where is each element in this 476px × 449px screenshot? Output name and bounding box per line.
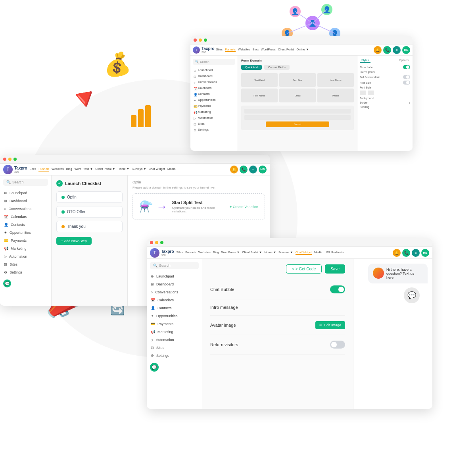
mid-nav-funnels[interactable]: Funnels bbox=[38, 167, 49, 172]
mid-menu-launchpad[interactable]: ⊕ Launchpad bbox=[0, 189, 51, 197]
bot-menu-settings[interactable]: ⚙ Settings bbox=[147, 352, 202, 360]
font-opt-2[interactable] bbox=[368, 91, 374, 95]
top-menu-payments[interactable]: 💳 Payments bbox=[190, 103, 238, 109]
bot-menu-conversations[interactable]: ○ Conversations bbox=[147, 288, 202, 296]
top-menu-sites[interactable]: ⊡ Sites bbox=[190, 121, 238, 127]
mid-search-box[interactable]: 🔍 Search bbox=[3, 179, 48, 186]
top-menu-conversations[interactable]: ○ Conversations bbox=[190, 79, 238, 85]
mid-nav-clientportal[interactable]: Client Portal ▼ bbox=[95, 167, 115, 172]
mid-menu-opportunities[interactable]: ✦ Opportunities bbox=[0, 229, 51, 237]
mid-menu-marketing[interactable]: 📢 Marketing bbox=[0, 245, 51, 252]
bot-nav-url[interactable]: URL Redirects bbox=[324, 251, 344, 255]
panel-tab-options[interactable]: Options bbox=[397, 58, 410, 63]
mid-chat-bubble[interactable]: 💬 bbox=[3, 279, 11, 287]
bot-menu-calendars[interactable]: 📅 Calendars bbox=[147, 296, 202, 304]
template-last-name[interactable]: Last Name bbox=[317, 73, 354, 87]
bot-avatar-hb[interactable]: HB bbox=[421, 249, 429, 257]
template-first-name[interactable]: First Name bbox=[241, 89, 278, 102]
bot-menu-marketing[interactable]: 📢 Marketing bbox=[147, 328, 202, 336]
nav-client-portal[interactable]: Client Portal bbox=[278, 48, 294, 52]
nav-sites[interactable]: Sites bbox=[216, 48, 223, 52]
fullscreen-toggle[interactable] bbox=[403, 75, 410, 79]
bot-menu-payments[interactable]: 💳 Payments bbox=[147, 320, 202, 328]
top-menu-contacts[interactable]: 👤 Contacts bbox=[190, 91, 238, 97]
show-label-toggle[interactable] bbox=[403, 65, 410, 69]
bot-menu-sites[interactable]: ⊡ Sites bbox=[147, 344, 202, 352]
get-code-button[interactable]: < > Get Code bbox=[286, 264, 322, 274]
avatar-hb[interactable]: HB bbox=[402, 46, 410, 54]
mid-menu-sites[interactable]: ⊡ Sites bbox=[0, 260, 51, 268]
template-email[interactable]: Email bbox=[279, 89, 316, 102]
edit-image-button[interactable]: ✏ Edit Image bbox=[315, 321, 345, 329]
notification-icon[interactable]: 🔔 bbox=[374, 46, 382, 54]
top-menu-opportunities[interactable]: ✦ Opportunities bbox=[190, 97, 238, 103]
add-step-button[interactable]: + Add New Step bbox=[56, 237, 92, 245]
panel-tab-styles[interactable]: Styles bbox=[360, 58, 370, 63]
bot-nav-surveys[interactable]: Surveys ▼ bbox=[278, 251, 293, 255]
mid-nav-home[interactable]: Home ▼ bbox=[118, 167, 130, 172]
bot-nav-media[interactable]: Media bbox=[314, 251, 322, 255]
nav-online[interactable]: Online ▼ bbox=[297, 48, 309, 52]
nav-funnels[interactable]: Funnels bbox=[225, 48, 236, 52]
mid-nav-surveys[interactable]: Surveys ▼ bbox=[132, 167, 146, 172]
chat-bubble-icon[interactable]: 💬 bbox=[404, 287, 420, 303]
save-button[interactable]: Save bbox=[325, 264, 345, 274]
create-variation-button[interactable]: + Create Variation bbox=[230, 205, 258, 209]
return-visitors-toggle[interactable] bbox=[330, 341, 345, 349]
bot-menu-contacts[interactable]: 👤 Contacts bbox=[147, 304, 202, 312]
bot-nav-clientportal[interactable]: Client Portal ▼ bbox=[242, 251, 262, 255]
step-oto[interactable]: OTO Offer bbox=[56, 206, 123, 218]
template-text-field[interactable]: Text Field bbox=[241, 73, 278, 87]
bot-nav-funnels[interactable]: Funnels bbox=[185, 251, 196, 255]
bot-menu-automation[interactable]: ▷ Automation bbox=[147, 336, 202, 344]
bot-phone-icon[interactable]: 📞 bbox=[402, 249, 410, 257]
mid-avatar-hb[interactable]: HB bbox=[259, 166, 267, 173]
top-menu-launchpad[interactable]: ⊕ Launchpad bbox=[190, 67, 238, 73]
form-tab-current-fields[interactable]: Current Fields bbox=[264, 65, 290, 70]
nav-websites[interactable]: Websites bbox=[238, 48, 250, 52]
mid-menu-automation[interactable]: ▷ Automation bbox=[0, 252, 51, 260]
bot-search-box[interactable]: 🔍 Search bbox=[150, 262, 199, 269]
top-menu-dashboard[interactable]: ⊞ Dashboard bbox=[190, 73, 238, 79]
bot-notification-icon[interactable]: 🔔 bbox=[393, 249, 401, 257]
bot-chat-bubble-button[interactable]: 💬 bbox=[150, 363, 159, 372]
template-text-box[interactable]: Text Box bbox=[279, 73, 316, 87]
bot-nav-sites[interactable]: Sites bbox=[177, 251, 183, 255]
bot-menu-icon[interactable]: ≡ bbox=[412, 249, 420, 257]
top-menu-calendars[interactable]: 📅 Calendars bbox=[190, 85, 238, 91]
mid-menu-calendars[interactable]: 📅 Calendars bbox=[0, 213, 51, 221]
template-phone[interactable]: Phone bbox=[317, 89, 354, 102]
mid-menu-contacts[interactable]: 👤 Contacts bbox=[0, 221, 51, 229]
nav-blog[interactable]: Blog bbox=[253, 48, 259, 52]
form-tab-quick-add[interactable]: Quick Add bbox=[241, 65, 262, 70]
mid-phone-icon[interactable]: 📞 bbox=[240, 166, 248, 173]
step-thankyou[interactable]: Thank you bbox=[56, 221, 123, 232]
bot-nav-wordpress[interactable]: WordPress ▼ bbox=[221, 251, 240, 255]
mid-menu-payments[interactable]: 💳 Payments bbox=[0, 237, 51, 245]
menu-icon[interactable]: ≡ bbox=[393, 46, 401, 54]
mid-nav-chatwidget[interactable]: Chat Widget bbox=[149, 167, 165, 172]
top-menu-automation[interactable]: ▷ Automation bbox=[190, 115, 238, 121]
hide-size-toggle[interactable] bbox=[403, 81, 410, 85]
bot-menu-opportunities[interactable]: ✦ Opportunities bbox=[147, 312, 202, 320]
top-search-box[interactable]: 🔍 Search bbox=[193, 59, 235, 65]
bot-nav-home[interactable]: Home ▼ bbox=[265, 251, 276, 255]
step-optin[interactable]: Optin bbox=[56, 191, 123, 203]
mid-menu-settings[interactable]: ⚙ Settings bbox=[0, 268, 51, 276]
mid-menu-icon[interactable]: ≡ bbox=[249, 166, 257, 173]
chat-bubble-toggle[interactable] bbox=[330, 285, 345, 293]
font-opt-1[interactable] bbox=[360, 91, 366, 95]
top-menu-marketing[interactable]: 📢 Marketing bbox=[190, 109, 238, 115]
bot-nav-websites[interactable]: Websites bbox=[198, 251, 211, 255]
bot-nav-chatwidget[interactable]: Chat Widget bbox=[296, 251, 312, 255]
mid-nav-wordpress[interactable]: WordPress ▼ bbox=[75, 167, 93, 172]
mid-menu-conversations[interactable]: ○ Conversations bbox=[0, 205, 51, 213]
nav-wordpress[interactable]: WordPress bbox=[261, 48, 276, 52]
mid-notification-icon[interactable]: 🔔 bbox=[230, 166, 238, 173]
top-menu-settings[interactable]: ⚙ Settings bbox=[190, 127, 238, 133]
bot-menu-launchpad[interactable]: ⊕ Launchpad bbox=[147, 272, 202, 280]
bot-menu-dashboard[interactable]: ⊞ Dashboard bbox=[147, 280, 202, 288]
phone-icon[interactable]: 📞 bbox=[383, 46, 391, 54]
mid-nav-sites[interactable]: Sites bbox=[30, 167, 36, 172]
form-submit-btn[interactable]: Submit bbox=[266, 121, 330, 127]
